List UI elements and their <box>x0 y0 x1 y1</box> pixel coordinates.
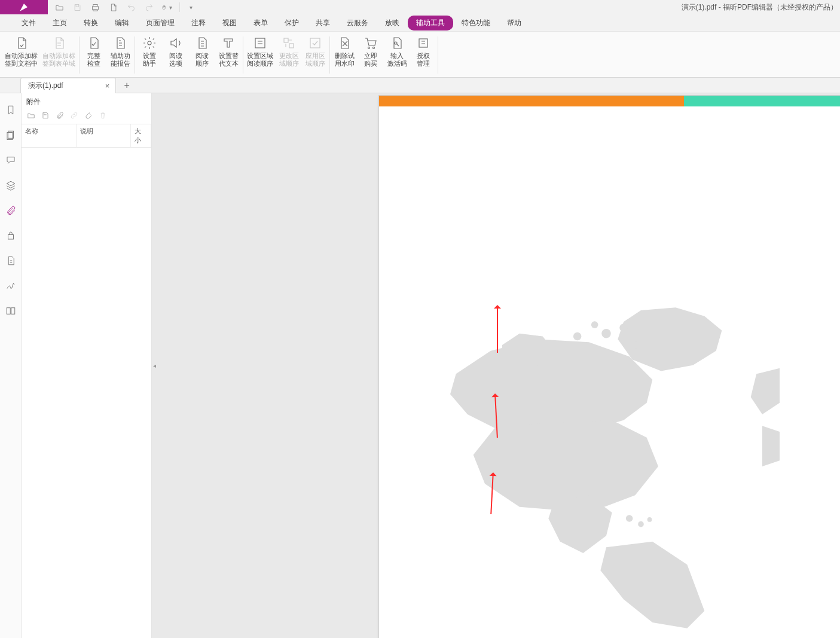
quick-access-toolbar: ▾ ▾ <box>48 2 193 13</box>
menu-aux[interactable]: 辅助工具 <box>408 16 453 30</box>
svg-point-13 <box>626 515 633 522</box>
svg-point-0 <box>148 41 151 45</box>
menu-file[interactable]: 文件 <box>13 16 44 30</box>
open-icon[interactable] <box>54 2 65 13</box>
text-icon <box>221 35 236 51</box>
report-icon <box>112 35 128 51</box>
ribbon-remove-trial[interactable]: 删除试 用水印 <box>331 33 358 77</box>
menu-home[interactable]: 主页 <box>44 16 75 30</box>
ribbon-buy-now[interactable]: 立即 购买 <box>358 33 384 77</box>
order-icon <box>194 35 210 51</box>
app-logo[interactable] <box>0 0 48 14</box>
col-desc[interactable]: 说明 <box>77 124 132 147</box>
redo-icon[interactable] <box>143 2 154 13</box>
link-attachment-icon[interactable] <box>69 111 79 120</box>
page-banner-teal <box>684 96 840 106</box>
svg-rect-1 <box>255 38 265 48</box>
menu-forms[interactable]: 表单 <box>245 16 276 30</box>
qat-customize-icon[interactable]: ▾ <box>190 4 193 11</box>
svg-rect-2 <box>284 38 288 42</box>
add-tab-button[interactable]: + <box>121 80 133 91</box>
separator <box>329 36 330 74</box>
page-banner-orange <box>379 96 684 106</box>
menu-edit[interactable]: 编辑 <box>106 16 138 30</box>
window-title: 演示(1).pdf - 福昕PDF编辑器（未经授权的产品） <box>682 0 838 14</box>
menu-slideshow[interactable]: 放映 <box>377 16 408 30</box>
security-icon[interactable] <box>5 230 17 242</box>
check-icon <box>86 35 102 51</box>
ribbon-setup-assist[interactable]: 设置 助手 <box>136 33 163 77</box>
separator <box>179 2 180 12</box>
document-tab[interactable]: 演示(1).pdf × <box>20 78 116 93</box>
svg-rect-7 <box>419 39 427 47</box>
print-icon[interactable] <box>90 2 100 13</box>
chevron-down-icon: ▾ <box>169 4 172 11</box>
panel-title: 附件 <box>22 93 151 109</box>
red-arrow-annotation <box>497 306 498 353</box>
svg-rect-11 <box>7 308 10 315</box>
svg-rect-3 <box>289 44 294 48</box>
ribbon-auto-tag-doc[interactable]: 自动添加标 签到文档中 <box>2 33 40 77</box>
annotate-attachment-icon[interactable] <box>84 111 93 120</box>
document-tab-label: 演示(1).pdf <box>28 81 63 91</box>
menu-special[interactable]: 特色功能 <box>453 16 499 30</box>
separator <box>135 36 135 74</box>
save-attachment-icon[interactable] <box>41 111 50 120</box>
menu-protect[interactable]: 保护 <box>276 16 307 30</box>
new-doc-icon[interactable] <box>108 2 118 13</box>
license-icon <box>416 35 431 51</box>
ribbon-enter-code[interactable]: 输入 激活码 <box>384 33 410 77</box>
undo-icon[interactable] <box>126 2 136 13</box>
svg-rect-12 <box>11 308 14 315</box>
ribbon-aux-report[interactable]: 辅助功 能报告 <box>107 33 133 77</box>
pages-icon[interactable] <box>5 129 17 141</box>
ribbon-auth-mgmt[interactable]: 授权 管理 <box>410 33 436 77</box>
ribbon-alt-text[interactable]: 设置替 代文本 <box>215 33 242 77</box>
ribbon-auto-tag-form[interactable]: 自动添加标 签到表单域 <box>40 33 78 77</box>
separator <box>243 36 243 74</box>
ribbon-full-check[interactable]: 完整 检查 <box>81 33 107 77</box>
form-data-icon[interactable] <box>5 255 17 267</box>
svg-point-17 <box>619 323 628 332</box>
col-size[interactable]: 大小 <box>131 124 151 147</box>
hand-tool-icon[interactable]: ▾ <box>161 2 172 13</box>
bookmark-icon[interactable] <box>5 104 17 116</box>
doc-tag-icon <box>14 35 29 51</box>
separator <box>79 36 80 74</box>
add-attachment-icon[interactable] <box>55 111 65 120</box>
svg-point-5 <box>368 47 370 49</box>
apply-region-icon <box>307 35 323 51</box>
pdf-page: C P <box>379 96 840 638</box>
save-icon[interactable] <box>72 2 83 13</box>
attachment-icon[interactable] <box>5 204 17 216</box>
menu-view[interactable]: 视图 <box>214 16 245 30</box>
menu-cloud[interactable]: 云服务 <box>338 16 377 30</box>
ribbon-region-order[interactable]: 设置区域 阅读顺序 <box>245 33 276 77</box>
menu-annotate[interactable]: 注释 <box>183 16 214 30</box>
close-icon[interactable]: × <box>105 81 110 90</box>
menu-page-mgmt[interactable]: 页面管理 <box>138 16 183 30</box>
delete-attachment-icon[interactable] <box>98 111 108 120</box>
menu-convert[interactable]: 转换 <box>75 16 106 30</box>
compare-icon[interactable] <box>5 305 17 317</box>
ribbon-read-opts[interactable]: 阅读 选项 <box>163 33 189 77</box>
svg-point-15 <box>647 517 652 522</box>
ribbon-apply-region[interactable]: 应用区 域顺序 <box>302 33 328 77</box>
svg-rect-10 <box>8 235 13 240</box>
open-attachment-icon[interactable] <box>26 111 36 120</box>
signature-icon[interactable] <box>5 280 17 292</box>
svg-point-14 <box>638 521 644 527</box>
menu-share[interactable]: 共享 <box>307 16 338 30</box>
attachments-panel: 附件 名称 说明 大小 <box>22 93 152 638</box>
col-name[interactable]: 名称 <box>22 124 77 147</box>
document-canvas[interactable]: ◂ <box>152 93 840 638</box>
ribbon-read-order[interactable]: 阅读 顺序 <box>189 33 215 77</box>
menu-help[interactable]: 帮助 <box>499 16 530 30</box>
ribbon-change-region[interactable]: 更改区 域顺序 <box>276 33 302 77</box>
comments-icon[interactable] <box>5 154 17 166</box>
panel-toolbar <box>22 109 151 124</box>
main-area: 附件 名称 说明 大小 ◂ <box>0 93 840 638</box>
layers-icon[interactable] <box>5 179 17 191</box>
region-icon <box>252 35 268 51</box>
panel-collapse-handle[interactable]: ◂ <box>152 354 157 378</box>
